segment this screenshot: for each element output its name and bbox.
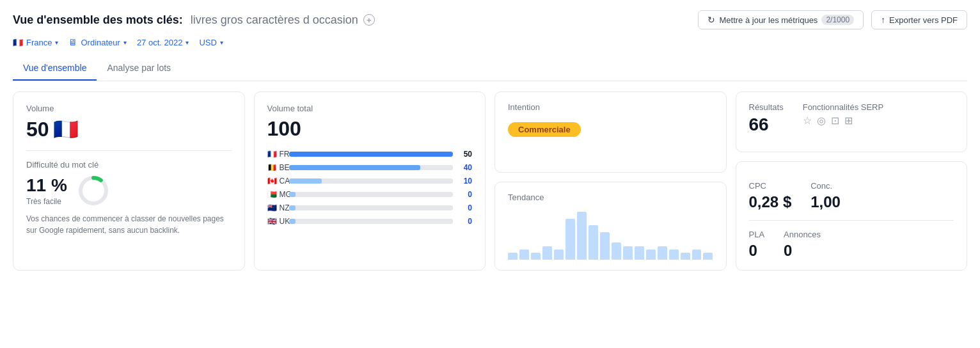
tendance-bar-8 — [600, 232, 610, 260]
bar-row-nz: 🇳🇿 NZ 0 — [267, 203, 473, 212]
serp-block: Fonctionnalités SERP ☆ ◎ ⊡ ⊞ — [803, 102, 883, 135]
tabs-bar: Vue d'ensemble Analyse par lots — [13, 58, 967, 81]
tendance-bar-10 — [623, 246, 633, 260]
results-block: Résultats 66 — [749, 102, 784, 135]
conc-block: Conc. 1,00 — [810, 181, 841, 211]
cpc-metrics-card: CPC 0,28 $ Conc. 1,00 PLA 0 Annonce — [736, 161, 968, 271]
serp-icons: ☆ ◎ ⊡ ⊞ — [803, 115, 883, 127]
bar-fill-uk — [289, 219, 296, 224]
conc-label: Conc. — [810, 181, 841, 191]
col3: Intention Commerciale Tendance — [494, 91, 727, 271]
intention-badge: Commerciale — [508, 122, 581, 137]
volume-value: 50 🇫🇷 — [26, 117, 232, 141]
pla-block: PLA 0 — [749, 230, 765, 260]
image-icon: ⊡ — [831, 115, 839, 127]
results-serp-card: Résultats 66 Fonctionnalités SERP ☆ ◎ ⊡ … — [736, 91, 968, 152]
export-label: Exporter vers PDF — [889, 15, 958, 25]
fr-flag-icon: 🇫🇷 — [53, 117, 79, 141]
nz-flag-icon: 🇳🇿 — [267, 203, 277, 212]
update-count-badge: 2/1000 — [821, 15, 854, 25]
date-filter[interactable]: 27 oct. 2022 ▾ — [137, 36, 189, 49]
volume-bars: 🇫🇷 FR 50 🇧🇪 BE 40 🇨🇦 CA 10 🇲🇬 MG — [267, 150, 473, 226]
tendance-bar-2 — [531, 253, 541, 260]
cpc-value: 0,28 $ — [749, 193, 792, 211]
country-chevron-icon: ▾ — [55, 39, 58, 46]
france-flag-icon: 🇫🇷 — [13, 38, 23, 47]
bar-fill-ca — [289, 178, 322, 184]
tendance-bar-5 — [565, 219, 575, 260]
difficulty-sub: Très facile — [26, 197, 67, 206]
refresh-icon: ↻ — [707, 15, 715, 25]
keyword-query: livres gros caractères d occasion — [191, 13, 358, 27]
date-chevron-icon: ▾ — [186, 39, 189, 46]
results-label: Résultats — [749, 102, 784, 112]
difficulty-label: Difficulté du mot clé — [26, 160, 232, 170]
mg-flag-icon: 🇲🇬 — [267, 190, 277, 199]
intention-card: Intention Commerciale — [494, 91, 727, 173]
bar-num-nz: 0 — [458, 203, 472, 212]
tendance-bar-11 — [635, 246, 644, 260]
bar-country-ca: 🇨🇦 CA — [267, 177, 284, 186]
bar-num-ca: 10 — [458, 177, 472, 186]
bar-num-uk: 0 — [458, 217, 472, 226]
device-label: Ordinateur — [81, 38, 120, 47]
bar-row-mg: 🇲🇬 MG 0 — [267, 190, 473, 199]
add-keyword-button[interactable]: + — [363, 14, 375, 26]
bar-row-ca: 🇨🇦 CA 10 — [267, 177, 473, 186]
volume-total-value: 100 — [267, 117, 473, 141]
bar-num-fr: 50 — [458, 150, 472, 159]
difficulty-row: 11 % Très facile — [26, 173, 232, 208]
difficulty-donut — [76, 173, 111, 208]
cpc-block: CPC 0,28 $ — [749, 181, 792, 211]
tendance-bar-14 — [669, 249, 679, 260]
bar-fill-be — [289, 165, 420, 170]
bar-row-be: 🇧🇪 BE 40 — [267, 163, 473, 172]
be-flag-icon: 🇧🇪 — [267, 163, 277, 172]
cpc-row: CPC 0,28 $ Conc. 1,00 — [749, 181, 954, 211]
intention-label: Intention — [508, 102, 713, 112]
tendance-bar-3 — [542, 246, 552, 260]
ca-flag-icon: 🇨🇦 — [267, 177, 277, 186]
date-label: 27 oct. 2022 — [137, 38, 183, 47]
export-pdf-button[interactable]: ↑ Exporter vers PDF — [871, 10, 967, 29]
bar-fill-nz — [289, 205, 296, 210]
tendance-bar-6 — [577, 212, 587, 260]
tendance-bar-4 — [554, 249, 564, 260]
bar-track-ca — [289, 178, 454, 184]
bar-row-fr: 🇫🇷 FR 50 — [267, 150, 473, 159]
tendance-bar-16 — [692, 249, 702, 260]
country-filter[interactable]: 🇫🇷 France ▾ — [13, 36, 58, 49]
bar-num-mg: 0 — [458, 190, 472, 199]
volume-difficulty-card: Volume 50 🇫🇷 Difficulté du mot clé 11 % … — [13, 91, 245, 271]
tendance-card: Tendance — [494, 182, 727, 271]
currency-filter[interactable]: USD ▾ — [199, 36, 223, 49]
currency-label: USD — [199, 38, 216, 47]
bar-row-uk: 🇬🇧 UK 0 — [267, 217, 473, 226]
annonces-block: Annonces 0 — [784, 230, 821, 260]
bar-country-fr: 🇫🇷 FR — [267, 150, 284, 159]
monitor-icon: 🖥 — [68, 37, 77, 47]
bar-fill-mg — [289, 192, 296, 197]
tab-batch[interactable]: Analyse par lots — [97, 58, 181, 81]
tendance-bar-17 — [703, 253, 713, 260]
cards-grid: Volume 50 🇫🇷 Difficulté du mot clé 11 % … — [13, 91, 967, 271]
device-chevron-icon: ▾ — [123, 39, 127, 46]
header-title: Vue d'ensemble des mots clés: livres gro… — [13, 13, 375, 27]
tendance-bar-12 — [646, 249, 656, 260]
header-actions: ↻ Mettre à jour les métriques 2/1000 ↑ E… — [698, 10, 967, 29]
tab-overview[interactable]: Vue d'ensemble — [13, 58, 97, 81]
volume-total-card: Volume total 100 🇫🇷 FR 50 🇧🇪 BE 40 🇨🇦 CA — [254, 91, 486, 271]
fr-flag-icon: 🇫🇷 — [267, 150, 277, 159]
device-filter[interactable]: 🖥 Ordinateur ▾ — [68, 36, 126, 49]
export-icon: ↑ — [881, 15, 885, 25]
serp-label: Fonctionnalités SERP — [803, 102, 883, 112]
cpc-label: CPC — [749, 181, 792, 191]
update-metrics-button[interactable]: ↻ Mettre à jour les métriques 2/1000 — [698, 10, 864, 29]
bar-track-fr — [289, 152, 454, 157]
results-row: Résultats 66 Fonctionnalités SERP ☆ ◎ ⊡ … — [749, 102, 954, 135]
tendance-chart — [508, 209, 713, 260]
tendance-bar-9 — [612, 242, 621, 260]
bar-num-be: 40 — [458, 163, 472, 172]
currency-chevron-icon: ▾ — [220, 39, 223, 46]
bar-track-uk — [289, 219, 454, 224]
